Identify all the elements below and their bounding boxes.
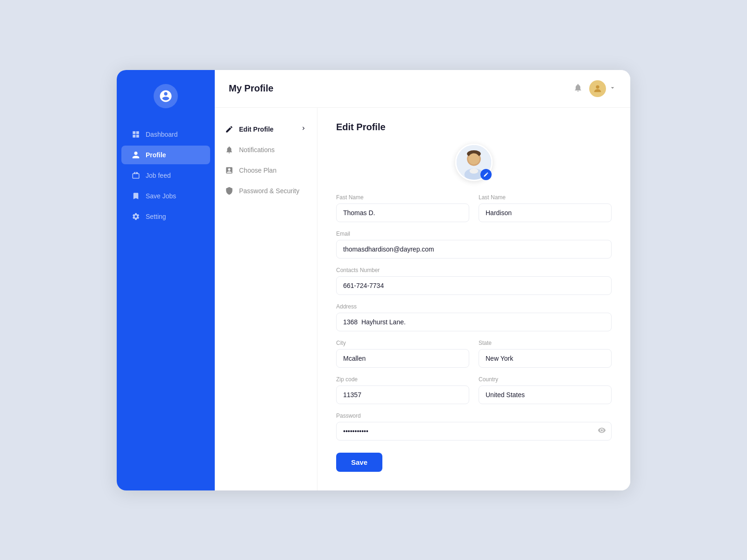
country-group: Country — [479, 376, 612, 404]
left-menu-password-security-label: Password & Security — [239, 187, 299, 195]
password-wrap — [336, 422, 612, 441]
notification-bell-button[interactable] — [573, 83, 583, 94]
user-avatar-icon — [592, 84, 603, 94]
email-label: Email — [336, 231, 612, 237]
sidebar-logo[interactable] — [154, 84, 178, 108]
first-name-label: Fast Name — [336, 194, 469, 201]
sidebar-item-jobfeed[interactable]: Job feed — [121, 166, 210, 185]
topbar: My Profile — [215, 70, 630, 108]
left-menu-notifications[interactable]: Notifications — [215, 140, 317, 160]
page-title: My Profile — [229, 83, 274, 94]
avatar-pencil-icon — [483, 172, 489, 177]
avatar-edit-button[interactable] — [480, 169, 492, 180]
left-menu-choose-plan-label: Choose Plan — [239, 167, 276, 174]
save-button[interactable]: Save — [336, 453, 382, 472]
avatar — [589, 80, 606, 97]
sidebar-item-dashboard[interactable]: Dashboard — [121, 125, 210, 144]
password-toggle-button[interactable] — [598, 426, 606, 436]
address-input[interactable] — [336, 313, 612, 331]
city-group: City — [336, 340, 469, 368]
left-menu-notifications-label: Notifications — [239, 146, 275, 154]
zip-group: Zip code — [336, 376, 469, 404]
zip-country-row: Zip code Country — [336, 376, 612, 404]
address-label: Address — [336, 303, 612, 310]
city-label: City — [336, 340, 469, 346]
first-name-group: Fast Name — [336, 194, 469, 222]
sidebar-item-savejobs[interactable]: Save Jobs — [121, 187, 210, 205]
city-input[interactable] — [336, 349, 469, 368]
bell-icon — [573, 83, 583, 92]
sidebar-label-setting: Setting — [146, 213, 166, 220]
eye-icon — [598, 426, 606, 434]
savejobs-icon — [132, 192, 140, 200]
topbar-actions — [573, 80, 616, 97]
email-row: Email — [336, 231, 612, 259]
svg-point-6 — [470, 168, 479, 173]
city-state-row: City State — [336, 340, 612, 368]
chevron-right-icon — [300, 125, 307, 133]
country-input[interactable] — [479, 385, 612, 404]
notifications-icon — [225, 146, 233, 154]
svg-point-5 — [468, 153, 479, 164]
last-name-input[interactable] — [479, 203, 612, 222]
contacts-row: Contacts Number — [336, 267, 612, 295]
contacts-label: Contacts Number — [336, 267, 612, 273]
state-group: State — [479, 340, 612, 368]
state-input[interactable] — [479, 349, 612, 368]
sidebar-item-setting[interactable]: Setting — [121, 207, 210, 226]
left-menu-choose-plan[interactable]: Choose Plan — [215, 160, 317, 181]
sidebar-navigation: Dashboard Profile Job feed — [117, 125, 215, 226]
left-menu-edit-profile[interactable]: Edit Profile — [215, 119, 317, 140]
user-avatar-button[interactable] — [589, 80, 616, 97]
address-group: Address — [336, 303, 612, 331]
profile-icon — [132, 151, 140, 159]
address-row: Address — [336, 303, 612, 331]
logo-icon — [159, 89, 173, 103]
country-label: Country — [479, 376, 612, 383]
password-group: Password — [336, 413, 612, 441]
plan-icon — [225, 166, 233, 175]
form-title: Edit Profile — [336, 122, 612, 133]
avatar-upload-container — [455, 144, 493, 181]
app-container: Dashboard Profile Job feed — [117, 70, 630, 490]
password-row: Password — [336, 413, 612, 441]
password-input[interactable] — [336, 422, 612, 441]
state-label: State — [479, 340, 612, 346]
left-menu-password-security[interactable]: Password & Security — [215, 181, 317, 201]
zip-label: Zip code — [336, 376, 469, 383]
last-name-label: Last Name — [479, 194, 612, 201]
left-menu-edit-profile-label: Edit Profile — [239, 126, 274, 133]
sidebar-label-dashboard: Dashboard — [146, 131, 178, 138]
shield-icon — [225, 187, 233, 195]
password-label: Password — [336, 413, 612, 419]
left-menu: Edit Profile Notifications — [215, 108, 317, 490]
contacts-input[interactable] — [336, 276, 612, 295]
sidebar-label-savejobs: Save Jobs — [146, 192, 176, 200]
jobfeed-icon — [132, 171, 140, 180]
last-name-group: Last Name — [479, 194, 612, 222]
edit-icon — [225, 125, 233, 133]
dashboard-icon — [132, 130, 140, 139]
profile-form-area: Edit Profile — [317, 108, 630, 490]
svg-point-0 — [596, 85, 599, 88]
sidebar-label-profile: Profile — [146, 151, 166, 159]
chevron-down-icon — [609, 84, 616, 93]
name-row: Fast Name Last Name — [336, 194, 612, 222]
sidebar-label-jobfeed: Job feed — [146, 172, 171, 179]
first-name-input[interactable] — [336, 203, 469, 222]
sidebar: Dashboard Profile Job feed — [117, 70, 215, 490]
body-layout: Edit Profile Notifications — [215, 108, 630, 490]
setting-icon — [132, 212, 140, 221]
email-input[interactable] — [336, 240, 612, 259]
main-content: My Profile — [215, 70, 630, 490]
email-group: Email — [336, 231, 612, 259]
contacts-group: Contacts Number — [336, 267, 612, 295]
zip-input[interactable] — [336, 385, 469, 404]
sidebar-item-profile[interactable]: Profile — [121, 146, 210, 164]
